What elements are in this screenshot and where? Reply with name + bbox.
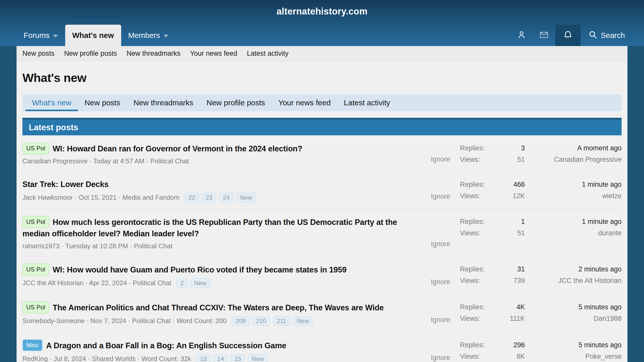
- search-button[interactable]: Search: [581, 25, 627, 46]
- views-label: Views:: [460, 275, 480, 286]
- conversations-button[interactable]: [533, 25, 555, 46]
- page-jump-button[interactable]: 22: [185, 193, 199, 202]
- page-jump-button[interactable]: 23: [202, 193, 216, 202]
- thread-stats: Replies:31 Views:739: [460, 264, 525, 288]
- prefix-badge[interactable]: US Pol: [22, 216, 49, 228]
- ignore-link[interactable]: Ignore: [431, 316, 450, 324]
- nav-item-whats-new[interactable]: What's new: [65, 25, 121, 46]
- thread-title-link[interactable]: WI: How would have Guam and Puerto Rico …: [53, 265, 347, 274]
- lastpost-user[interactable]: Poke_verse: [533, 351, 622, 362]
- thread-meta: JCC the Alt Historian · Apr 22, 2024 · P…: [22, 279, 171, 287]
- page-jump-button-new[interactable]: New: [293, 316, 313, 326]
- thread-lastpost: 1 minute ago wietze: [533, 179, 622, 202]
- page-jump-button-new[interactable]: New: [190, 278, 210, 288]
- thread-title-link[interactable]: WI: Howard Dean ran for Governor of Verm…: [53, 144, 302, 153]
- subnav-item-new-profile-posts[interactable]: New profile posts: [59, 50, 122, 57]
- thread-row: US PolHow much less gerontocratic is the…: [22, 209, 622, 256]
- replies-label: Replies:: [460, 264, 485, 275]
- page-jump-button-new[interactable]: New: [236, 193, 256, 202]
- ignore-link[interactable]: Ignore: [431, 193, 450, 200]
- thread-title-link[interactable]: A Dragon and a Boar Fall in a Bog: An En…: [46, 341, 286, 350]
- thread-title-link[interactable]: Star Trek: Lower Decks: [22, 180, 108, 189]
- prefix-badge[interactable]: US Pol: [22, 264, 49, 276]
- ignore-link[interactable]: Ignore: [431, 155, 450, 163]
- thread-stats: Replies:296 Views:8K: [460, 339, 525, 362]
- lastpost-user[interactable]: Canadian Progressive: [533, 154, 622, 165]
- chevron-down-icon[interactable]: [53, 35, 58, 38]
- thread-stats: Replies:466 Views:12K: [460, 179, 525, 202]
- site-title[interactable]: alternatehistory.com: [0, 6, 644, 17]
- chevron-down-icon[interactable]: [163, 35, 169, 38]
- ignore-link[interactable]: Ignore: [431, 354, 450, 362]
- thread-stats: Replies:3 Views:51: [460, 142, 525, 165]
- replies-count: 466: [513, 179, 525, 190]
- lastpost-time[interactable]: 5 minutes ago: [533, 301, 622, 313]
- lastpost-user[interactable]: Dan1988: [533, 313, 622, 324]
- lastpost-time[interactable]: 1 minute ago: [533, 216, 622, 227]
- page-jump-button[interactable]: 13: [196, 354, 211, 362]
- lastpost-time[interactable]: 2 minutes ago: [533, 264, 622, 275]
- subnav-item-new-threadmarks[interactable]: New threadmarks: [122, 50, 185, 57]
- tab-strip: What's new New posts New threadmarks New…: [22, 94, 622, 111]
- tab-new-profile-posts[interactable]: New profile posts: [200, 94, 272, 111]
- prefix-badge[interactable]: Misc: [22, 339, 43, 351]
- content: What's new What's new New posts New thre…: [17, 61, 627, 362]
- views-count: 739: [513, 275, 525, 286]
- ignore-link[interactable]: Ignore: [431, 240, 450, 248]
- thread-lastpost: 5 minutes ago Dan1988: [533, 301, 622, 326]
- ignore-link[interactable]: Ignore: [431, 278, 450, 286]
- nav-item-members[interactable]: Members: [121, 25, 176, 46]
- lastpost-time[interactable]: 5 minutes ago: [533, 339, 622, 351]
- thread-row: Star Trek: Lower Decks Jack Hawksmoor · …: [22, 172, 622, 209]
- account-button[interactable]: [510, 25, 533, 46]
- page-jump-button[interactable]: 15: [231, 354, 245, 362]
- person-icon: [517, 30, 526, 41]
- page-jump-button[interactable]: 2: [176, 278, 187, 288]
- thread-list: US PolWI: Howard Dean ran for Governor o…: [22, 135, 622, 362]
- prefix-badge[interactable]: US Pol: [22, 301, 49, 313]
- subnav-item-latest-activity[interactable]: Latest activity: [242, 50, 293, 57]
- alerts-button[interactable]: [555, 25, 581, 46]
- thread-main: MiscA Dragon and a Boar Fall in a Bog: A…: [22, 339, 422, 362]
- replies-label: Replies:: [460, 339, 485, 351]
- lastpost-time[interactable]: A moment ago: [533, 142, 622, 154]
- lastpost-time[interactable]: 1 minute ago: [533, 179, 622, 190]
- page-jump-button-new[interactable]: New: [248, 354, 268, 362]
- thread-title-link[interactable]: The American Politics and Chat Thread CC…: [53, 303, 384, 312]
- views-count: 51: [517, 227, 525, 239]
- subnav-item-new-posts[interactable]: New posts: [22, 50, 59, 57]
- replies-count: 4K: [516, 301, 525, 313]
- thread-main: US PolThe American Politics and Chat Thr…: [22, 301, 422, 326]
- views-label: Views:: [460, 227, 480, 239]
- thread-meta: Canadian Progressive · Today at 4:57 AM …: [22, 157, 189, 165]
- replies-count: 296: [513, 339, 525, 351]
- lastpost-user[interactable]: JCC the Alt Historian: [533, 275, 622, 286]
- lastpost-user[interactable]: durante: [533, 227, 622, 239]
- page-jump-button[interactable]: 210: [252, 316, 270, 326]
- page-jump-button[interactable]: 14: [213, 354, 228, 362]
- page-title: What's new: [22, 61, 622, 85]
- prefix-badge[interactable]: US Pol: [22, 142, 49, 154]
- replies-label: Replies:: [460, 216, 485, 227]
- page-jump-button[interactable]: 209: [232, 316, 249, 326]
- nav-item-forums[interactable]: Forums: [17, 25, 65, 46]
- tab-new-posts[interactable]: New posts: [78, 94, 127, 111]
- page-jump-buttons: 13 14 15 New: [196, 354, 268, 362]
- views-label: Views:: [460, 313, 480, 324]
- header-actions: Search: [510, 25, 627, 46]
- subnav-item-your-news-feed[interactable]: Your news feed: [185, 50, 242, 57]
- page-jump-button[interactable]: 24: [219, 193, 233, 202]
- tab-new-threadmarks[interactable]: New threadmarks: [127, 94, 200, 111]
- page-jump-button[interactable]: 211: [273, 316, 290, 326]
- tab-latest-activity[interactable]: Latest activity: [337, 94, 397, 111]
- search-label: Search: [601, 31, 625, 40]
- thread-lastpost: 2 minutes ago JCC the Alt Historian: [533, 264, 622, 288]
- views-label: Views:: [460, 154, 480, 165]
- lastpost-user[interactable]: wietze: [533, 190, 622, 202]
- thread-lastpost: 1 minute ago durante: [533, 216, 622, 250]
- thread-main: US PolWI: Howard Dean ran for Governor o…: [22, 142, 422, 165]
- tab-your-news-feed[interactable]: Your news feed: [272, 94, 337, 111]
- tab-whats-new[interactable]: What's new: [25, 94, 78, 111]
- views-count: 111K: [510, 313, 525, 324]
- thread-title-link[interactable]: How much less gerontocratic is the US Re…: [22, 218, 397, 238]
